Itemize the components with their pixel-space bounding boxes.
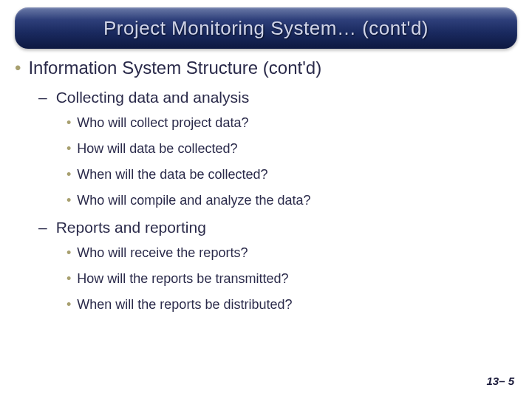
bullet-icon: • [66,271,71,287]
outline-level2: – Collecting data and analysis [38,89,517,106]
level3-text: How will the reports be transmitted? [77,271,288,287]
title-bar: Project Monitoring System… (cont'd) [15,7,517,49]
outline-level3: • When will the data be collected? [66,167,517,183]
bullet-icon: • [66,167,71,183]
content-area: • Information System Structure (cont'd) … [15,58,517,323]
outline-level3: • How will data be collected? [66,141,517,157]
dash-icon: – [38,219,47,236]
level3-text: Who will collect project data? [77,115,248,131]
level3-text: Who will receive the reports? [77,245,248,261]
bullet-icon: • [66,245,71,261]
level2-text: Reports and reporting [56,219,206,236]
bullet-icon: • [66,297,71,313]
outline-level3: • Who will compile and analyze the data? [66,193,517,208]
level1-text: Information System Structure (cont'd) [28,58,321,78]
outline-level3: • Who will receive the reports? [66,245,517,261]
outline-level1: • Information System Structure (cont'd) [15,58,517,78]
page-number: 13– 5 [486,375,514,387]
outline-level3: • Who will collect project data? [66,115,517,131]
bullet-icon: • [66,193,71,208]
outline-level2: – Reports and reporting [38,219,517,236]
outline-level3: • When will the reports be distributed? [66,297,517,313]
level3-text: Who will compile and analyze the data? [77,193,310,208]
bullet-icon: • [66,115,71,131]
level3-text: How will data be collected? [77,141,237,157]
bullet-icon: • [15,58,21,78]
slide: Project Monitoring System… (cont'd) • In… [0,0,532,399]
level3-text: When will the data be collected? [77,167,267,183]
bullet-icon: • [66,141,71,157]
dash-icon: – [38,89,47,106]
slide-title: Project Monitoring System… (cont'd) [103,17,429,40]
outline-level3: • How will the reports be transmitted? [66,271,517,287]
level3-text: When will the reports be distributed? [77,297,292,313]
level2-text: Collecting data and analysis [56,89,250,106]
